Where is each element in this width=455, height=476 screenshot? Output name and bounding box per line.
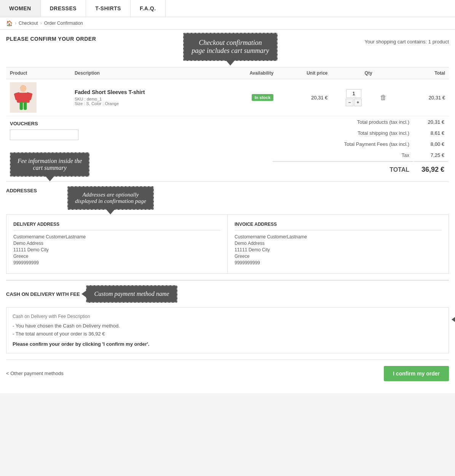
order-table: Product Description Availability Unit pr… xyxy=(6,67,449,116)
addresses-grid: DELIVERY ADDRESS Customername CustomerLa… xyxy=(6,214,449,274)
home-icon[interactable]: 🏠 xyxy=(6,20,13,26)
invoice-address: INVOICE ADDRESS Customername CustomerLas… xyxy=(227,215,449,273)
addresses-callout: Addresses are optionallydisplayed in con… xyxy=(67,186,154,210)
delivery-city: 11111 Demo City xyxy=(13,247,220,252)
col-total: Total xyxy=(403,67,449,79)
footer-actions: Other payment methods I confirm my order xyxy=(6,359,449,387)
total-shipping-row: Total shipping (tax incl.) 8,61 € xyxy=(273,128,448,138)
top-navigation: WOMEN DRESSES T-SHIRTS F.A.Q. xyxy=(0,0,455,17)
nav-women[interactable]: WOMEN xyxy=(0,0,41,17)
product-unit-price: 20,31 € xyxy=(277,79,331,116)
table-row: Faded Short Sleeves T-shirt SKU : demo_1… xyxy=(6,79,449,116)
breadcrumb: 🏠 › Checkout › Order Confirmation xyxy=(0,17,455,30)
invoice-country: Greece xyxy=(235,254,442,259)
nav-tshirts[interactable]: T-SHIRTS xyxy=(86,0,131,17)
col-product: Product xyxy=(6,67,71,79)
product-remove: 🗑 xyxy=(376,79,404,116)
svg-point-0 xyxy=(20,85,27,92)
total-payment-fees-value: 8,00 € xyxy=(414,139,448,149)
col-action xyxy=(376,67,404,79)
svg-rect-4 xyxy=(20,102,23,110)
product-sku: SKU : demo_1 xyxy=(75,97,214,101)
addresses-section: ADDRESSES Addresses are optionallydispla… xyxy=(6,186,449,274)
col-unitprice: Unit price xyxy=(277,67,331,79)
tax-value: 7,25 € xyxy=(414,150,448,160)
product-total: 20,31 € xyxy=(403,79,449,116)
delivery-street: Demo Address xyxy=(13,241,220,246)
fee-callout: Fee information inside thecart summary xyxy=(10,152,89,177)
total-shipping-value: 8,61 € xyxy=(414,128,448,138)
total-products-row: Total products (tax incl.) 20,31 € xyxy=(273,117,448,127)
nav-dresses[interactable]: DRESSES xyxy=(41,0,86,17)
delivery-address: DELIVERY ADDRESS Customername CustomerLa… xyxy=(6,215,227,273)
payment-header-row: CASH ON DELIVERY WITH FEE Custom payment… xyxy=(6,280,449,303)
delivery-country: Greece xyxy=(13,254,220,259)
grand-total-value: 36,92 € xyxy=(414,161,448,176)
addresses-label: ADDRESSES xyxy=(6,186,37,193)
qty-decrease-button[interactable]: − xyxy=(346,99,353,106)
product-availability: In stock xyxy=(218,79,278,116)
other-payment-link[interactable]: Other payment methods xyxy=(6,371,64,376)
invoice-name: Customername CustomerLastname xyxy=(235,234,442,240)
invoice-street: Demo Address xyxy=(235,241,442,246)
svg-rect-5 xyxy=(24,102,27,110)
tax-label: Tax xyxy=(273,150,413,160)
vouchers-panel: VOUCHERS Fee information inside thecart … xyxy=(6,116,272,181)
breadcrumb-order-confirmation[interactable]: Order Confirmation xyxy=(44,21,83,26)
quantity-input[interactable] xyxy=(346,89,361,98)
payment-section: CASH ON DELIVERY WITH FEE Custom payment… xyxy=(6,280,449,353)
cart-info: Your shopping cart contains: 1 product xyxy=(365,39,449,45)
total-payment-fees-row: Total Payment Fees (tax incl.) 8,00 € xyxy=(273,139,448,149)
payment-method-label: CASH ON DELIVERY WITH FEE xyxy=(6,291,80,297)
payment-description-box: Cash on Delivery with Fee Description - … xyxy=(6,307,449,353)
grand-total-row: TOTAL 36,92 € xyxy=(273,161,448,176)
product-details: Faded Short Sleeves T-shirt SKU : demo_1… xyxy=(71,79,218,116)
main-content: PLEASE CONFIRM YOUR ORDER Checkout confi… xyxy=(0,30,455,393)
invoice-address-type: INVOICE ADDRESS xyxy=(235,222,442,230)
payment-desc-line2: - The total amount of your order is 36,9… xyxy=(13,330,442,338)
delivery-address-type: DELIVERY ADDRESS xyxy=(13,222,220,230)
totals-panel: Total products (tax incl.) 20,31 € Total… xyxy=(272,116,449,181)
payment-desc-bold: Please confirm your order by clicking 'I… xyxy=(13,341,442,347)
delivery-name: Customername CustomerLastname xyxy=(13,234,220,240)
col-qty: Qty xyxy=(332,67,376,79)
total-shipping-label: Total shipping (tax incl.) xyxy=(273,128,413,138)
voucher-input[interactable] xyxy=(10,129,78,140)
invoice-phone: 9999999999 xyxy=(235,260,442,265)
grand-total-label: TOTAL xyxy=(273,161,413,176)
checkout-confirm-callout: Checkout confirmationpage includes cart … xyxy=(183,33,277,61)
remove-item-icon[interactable]: 🗑 xyxy=(380,94,387,101)
in-stock-badge: In stock xyxy=(252,94,274,101)
payment-method-callout: Custom payment method name xyxy=(86,285,178,303)
confirm-order-button[interactable]: I confirm my order xyxy=(384,366,449,381)
payment-desc-title: Cash on Delivery with Fee Description xyxy=(13,314,442,319)
total-payment-fees-label: Total Payment Fees (tax incl.) xyxy=(273,139,413,149)
vouchers-label: VOUCHERS xyxy=(10,121,268,126)
tax-row: Tax 7,25 € xyxy=(273,150,448,160)
delivery-phone: 9999999999 xyxy=(13,260,220,265)
nav-faq[interactable]: F.A.Q. xyxy=(131,0,166,17)
product-size-color: Size : S, Color : Orange xyxy=(75,101,214,106)
payment-desc-line1: - You have chosen the Cash on Delivery m… xyxy=(13,322,442,330)
total-products-label: Total products (tax incl.) xyxy=(273,117,413,127)
qty-increase-button[interactable]: + xyxy=(354,99,362,106)
product-name: Faded Short Sleeves T-shirt xyxy=(75,89,214,95)
product-qty: − + xyxy=(332,79,376,116)
col-description: Description xyxy=(71,67,218,79)
total-products-value: 20,31 € xyxy=(414,117,448,127)
invoice-city: 11111 Demo City xyxy=(235,247,442,252)
page-title: PLEASE CONFIRM YOUR ORDER xyxy=(6,36,96,42)
product-image xyxy=(6,79,71,116)
col-availability: Availability xyxy=(218,67,278,79)
breadcrumb-checkout[interactable]: Checkout xyxy=(19,21,38,26)
totals-section: VOUCHERS Fee information inside thecart … xyxy=(6,116,449,181)
